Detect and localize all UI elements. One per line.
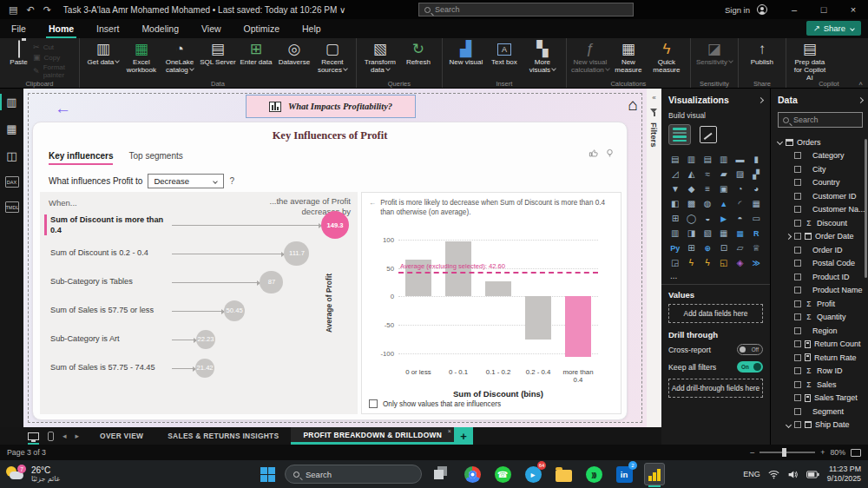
- key-influencers-visual-icon[interactable]: [668, 124, 691, 145]
- visual-type-icon[interactable]: ▤: [668, 153, 682, 166]
- ribbon-button-publish[interactable]: ↑Publish: [743, 41, 781, 66]
- page-tab-2[interactable]: SALES & RETURNS INSIGHTS: [155, 427, 291, 445]
- wifi-icon[interactable]: [768, 470, 779, 479]
- chevron-down-icon[interactable]: [777, 139, 783, 145]
- ribbon-button-onelake-catalog[interactable]: ◔OneLake catalog: [161, 41, 199, 74]
- visual-type-icon[interactable]: ⊞: [685, 241, 699, 254]
- titlebar-search-input[interactable]: Search: [418, 3, 634, 16]
- field-customer-id[interactable]: Customer ID: [778, 189, 863, 203]
- visual-type-icon[interactable]: ◆: [685, 182, 699, 195]
- visual-type-icon[interactable]: ▧: [700, 227, 714, 240]
- field-checkbox[interactable]: [794, 340, 801, 347]
- visual-type-icon[interactable]: ◯: [685, 212, 699, 225]
- visual-type-icon[interactable]: ▥: [685, 153, 699, 166]
- field-checkbox[interactable]: [794, 152, 801, 159]
- menu-item-home[interactable]: Home: [37, 19, 85, 38]
- visual-type-icon[interactable]: ▦: [717, 227, 731, 240]
- ribbon-button-quick-measure[interactable]: ϟQuick measure: [648, 41, 686, 74]
- weather-widget[interactable]: 7 26°C غائم جزئيًا: [5, 465, 60, 484]
- ribbon-button-excel-workbook[interactable]: ▦Excel workbook: [122, 41, 161, 74]
- visual-type-icon[interactable]: ▞: [749, 168, 763, 181]
- collapse-panel-icon[interactable]: [758, 96, 764, 102]
- visual-type-icon[interactable]: ϟ: [685, 256, 699, 269]
- taskbar-app-whatsapp[interactable]: ☎: [492, 464, 513, 485]
- field-sales[interactable]: ΣSales: [778, 378, 863, 392]
- field-checkbox[interactable]: [794, 233, 801, 240]
- data-search-input[interactable]: Search: [778, 112, 863, 128]
- field-sales-target[interactable]: Sales Target: [778, 392, 863, 406]
- prev-page-icon[interactable]: ◂: [62, 432, 67, 440]
- visual-type-icon[interactable]: ◿: [668, 168, 682, 181]
- influencer-value-bubble[interactable]: 111.7: [284, 241, 309, 267]
- visual-type-icon[interactable]: ⊕: [700, 241, 714, 254]
- add-drill-through-dropzone[interactable]: Add drill-through fields here: [668, 379, 763, 398]
- menu-item-help[interactable]: Help: [291, 19, 332, 38]
- thumbs-up-icon[interactable]: [589, 148, 598, 158]
- ribbon-button-paste[interactable]: Paste: [4, 41, 33, 66]
- ribbon-button-transform-data[interactable]: ▧Transform data: [361, 41, 399, 74]
- chevron-right-icon[interactable]: [786, 234, 792, 240]
- visual-type-icon[interactable]: ▼: [668, 182, 682, 195]
- visual-type-icon[interactable]: ▣: [717, 182, 731, 195]
- field-category[interactable]: Category: [778, 149, 863, 163]
- visual-type-icon[interactable]: ▤: [700, 153, 714, 166]
- sidebar-model-view[interactable]: ◫: [0, 149, 23, 162]
- visual-type-icon[interactable]: ≡: [700, 182, 714, 195]
- influencer-row[interactable]: Sum of Discount is more than 0.4149.3: [40, 211, 358, 239]
- field-region[interactable]: Region: [778, 324, 863, 338]
- ribbon-button-enter-data[interactable]: ⊞Enter data: [237, 41, 275, 66]
- sidebar-tmdl-view[interactable]: TMDL: [5, 201, 19, 213]
- sidebar-dax-view[interactable]: DAX: [5, 176, 19, 188]
- volume-icon[interactable]: [787, 470, 799, 479]
- add-data-fields-dropzone[interactable]: Add data fields here: [668, 304, 763, 323]
- field-discount[interactable]: ΣDiscount: [778, 216, 863, 230]
- visual-type-icon[interactable]: ▮: [749, 153, 763, 166]
- page-header-box[interactable]: What Impacts Profitability?: [246, 95, 416, 118]
- field-checkbox[interactable]: [794, 354, 801, 361]
- visual-type-icon[interactable]: ◒: [700, 212, 714, 225]
- lightbulb-icon[interactable]: [605, 148, 615, 158]
- field-postal-code[interactable]: Postal Code: [778, 257, 863, 271]
- back-arrow-button[interactable]: ←: [55, 99, 71, 118]
- field-checkbox[interactable]: [794, 206, 801, 213]
- field-checkbox[interactable]: [794, 313, 801, 320]
- ribbon-button-new-visual[interactable]: ▟New visual: [447, 41, 485, 66]
- field-order-date[interactable]: Order Date: [778, 230, 863, 244]
- bar[interactable]: [525, 296, 551, 339]
- visual-type-icon[interactable]: ≫: [749, 256, 763, 269]
- visual-type-icon[interactable]: ◧: [668, 197, 682, 210]
- sidebar-table-view[interactable]: ▦: [0, 122, 23, 135]
- visual-type-icon[interactable]: ▰: [717, 168, 731, 181]
- ribbon-button-copy[interactable]: ▣Copy: [33, 53, 75, 62]
- field-checkbox[interactable]: [794, 193, 801, 200]
- maximize-button[interactable]: □: [809, 0, 838, 19]
- visual-type-icon[interactable]: ϟ: [700, 256, 714, 269]
- field-order-id[interactable]: Order ID: [778, 243, 863, 257]
- influencer-value-bubble[interactable]: 50.45: [224, 300, 245, 321]
- visual-type-icon[interactable]: ▦: [749, 197, 763, 210]
- chevron-down-icon[interactable]: [786, 422, 792, 428]
- kiv-tab-top-segments[interactable]: Top segments: [128, 151, 182, 165]
- field-segment[interactable]: Segment: [778, 405, 863, 419]
- visual-type-icon[interactable]: ▥: [717, 153, 731, 166]
- zoom-slider[interactable]: [760, 452, 815, 453]
- field-city[interactable]: City: [778, 162, 863, 176]
- filters-label[interactable]: Filters: [649, 122, 659, 148]
- visual-type-icon[interactable]: ▥: [668, 227, 682, 240]
- ribbon-button-sql-server[interactable]: ▤SQL Server: [199, 41, 237, 66]
- ribbon-button-recent-sources[interactable]: ▢Recent sources: [313, 41, 352, 74]
- page-tab-3[interactable]: PROFIT BREAKDOWN & DRILLDOWN×: [291, 427, 454, 445]
- format-visual-icon[interactable]: [700, 126, 717, 143]
- visual-type-icon[interactable]: ▲: [717, 197, 731, 210]
- taskbar-app-task-view[interactable]: [431, 464, 452, 485]
- close-button[interactable]: ×: [838, 0, 868, 19]
- field-checkbox[interactable]: [794, 300, 801, 307]
- menu-item-insert[interactable]: Insert: [85, 19, 130, 38]
- field-checkbox[interactable]: [794, 421, 801, 428]
- visual-type-icon[interactable]: Py: [668, 241, 682, 254]
- visual-type-icon[interactable]: R: [749, 227, 763, 240]
- bar[interactable]: [565, 296, 591, 357]
- field-checkbox[interactable]: [794, 220, 801, 227]
- home-icon[interactable]: ⌂: [628, 96, 638, 115]
- influencer-row[interactable]: Sum of Sales is 57.75 or less50.45: [40, 297, 358, 325]
